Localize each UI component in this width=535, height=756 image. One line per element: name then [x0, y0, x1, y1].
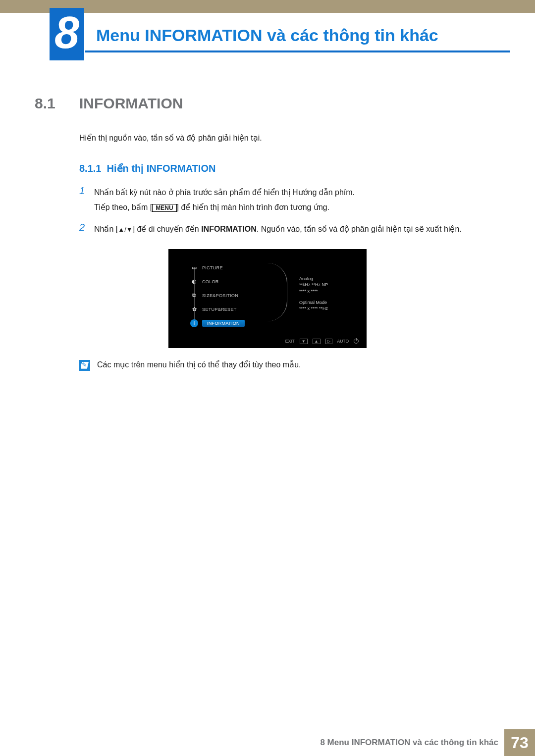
step-1-line-a: Nhấn bất kỳ nút nào ở phía trước sản phẩ…	[94, 188, 355, 197]
step-2-mid: ] để di chuyển đến	[133, 225, 202, 233]
size-icon: ⧉	[190, 292, 198, 300]
step-number: 1	[79, 185, 94, 215]
osd-info-line: **** x **** **Hz	[299, 305, 328, 312]
step-2-post: . Nguồn vào, tần số và độ phân giải hiện…	[257, 225, 462, 233]
subsection-number: 8.1.1	[79, 163, 101, 174]
picture-icon: ▭	[190, 264, 198, 272]
osd-info-line: **** x ****	[299, 288, 328, 295]
osd-info-line: Analog	[299, 276, 328, 282]
osd-item-picture: ▭ PICTURE	[190, 261, 269, 275]
section-title: INFORMATION	[79, 95, 183, 112]
chapter-header: 8 Menu INFORMATION và các thông tin khác	[0, 13, 535, 65]
page-footer: 8 Menu INFORMATION và các thông tin khác…	[320, 729, 535, 756]
info-icon: i	[190, 319, 198, 327]
osd-item-size: ⧉ SIZE&POSITION	[190, 289, 269, 302]
subsection-title: Hiển thị INFORMATION	[107, 163, 216, 174]
osd-label: INFORMATION	[202, 320, 245, 327]
osd-auto-label: AUTO	[337, 339, 349, 344]
step-number: 2	[79, 222, 94, 237]
note-row: Các mục trên menu hiển thị có thể thay đ…	[79, 360, 500, 371]
osd-label: SIZE&POSITION	[202, 293, 238, 298]
arrow-up-icon: ▲	[118, 226, 124, 233]
step-text: Nhấn bất kỳ nút nào ở phía trước sản phẩ…	[94, 185, 355, 215]
arrow-down-icon: ▼	[126, 226, 133, 233]
footer-chapter-label: 8 Menu INFORMATION và các thông tin khác	[320, 729, 504, 756]
step-text: Nhấn [▲/▼] để di chuyển đến INFORMATION.…	[94, 222, 462, 237]
step-1-line-b-pre: Tiếp theo, bấm [	[94, 203, 152, 211]
osd-info-line: Optimal Mode	[299, 300, 328, 306]
osd-label: PICTURE	[202, 265, 223, 270]
subsection-heading: 8.1.1 Hiển thị INFORMATION	[79, 162, 500, 174]
osd-item-information: i INFORMATION	[190, 316, 269, 330]
osd-info-panel: Analog **kHz **Hz NP **** x **** Optimal…	[299, 276, 328, 312]
osd-label: COLOR	[202, 279, 219, 284]
section-intro: Hiển thị nguồn vào, tần số và độ phân gi…	[79, 132, 500, 145]
menu-button-label: MENU	[152, 204, 176, 212]
section-number: 8.1	[35, 95, 79, 112]
step-1: 1 Nhấn bất kỳ nút nào ở phía trước sản p…	[79, 185, 500, 215]
osd-label: SETUP&RESET	[202, 307, 237, 312]
power-icon	[354, 339, 359, 344]
osd-up-icon: ▲	[313, 339, 321, 344]
osd-menu-list: ▭ PICTURE ◐ COLOR ⧉ SIZE&POSITION ✿ SETU…	[190, 261, 269, 330]
step-2-pre: Nhấn [	[94, 225, 118, 233]
footer-page-number: 73	[504, 729, 535, 756]
osd-info-line: **kHz **Hz NP	[299, 282, 328, 288]
osd-enter-icon: ▷	[325, 339, 332, 344]
osd-footer-buttons: EXIT ▼ ▲ ▷ AUTO	[285, 339, 359, 344]
chapter-underline	[85, 50, 510, 52]
osd-screenshot: ▭ PICTURE ◐ COLOR ⧉ SIZE&POSITION ✿ SETU…	[168, 249, 367, 348]
note-text: Các mục trên menu hiển thị có thể thay đ…	[97, 360, 301, 369]
osd-item-setup: ✿ SETUP&RESET	[190, 302, 269, 316]
chapter-title: Menu INFORMATION và các thông tin khác	[96, 26, 438, 45]
chapter-number-box: 8	[50, 8, 84, 60]
osd-exit-label: EXIT	[285, 339, 295, 344]
osd-curve-bracket	[268, 263, 287, 321]
step-1-line-b-post: ] để hiển thị màn hình trình đơn tương ứ…	[177, 203, 330, 211]
osd-down-icon: ▼	[300, 339, 308, 344]
step-2-bold: INFORMATION	[201, 225, 257, 233]
step-2: 2 Nhấn [▲/▼] để di chuyển đến INFORMATIO…	[79, 222, 500, 237]
color-icon: ◐	[190, 278, 198, 286]
section-heading: 8.1 INFORMATION	[35, 95, 500, 112]
setup-icon: ✿	[190, 305, 198, 313]
note-icon	[79, 360, 90, 371]
osd-item-color: ◐ COLOR	[190, 275, 269, 289]
